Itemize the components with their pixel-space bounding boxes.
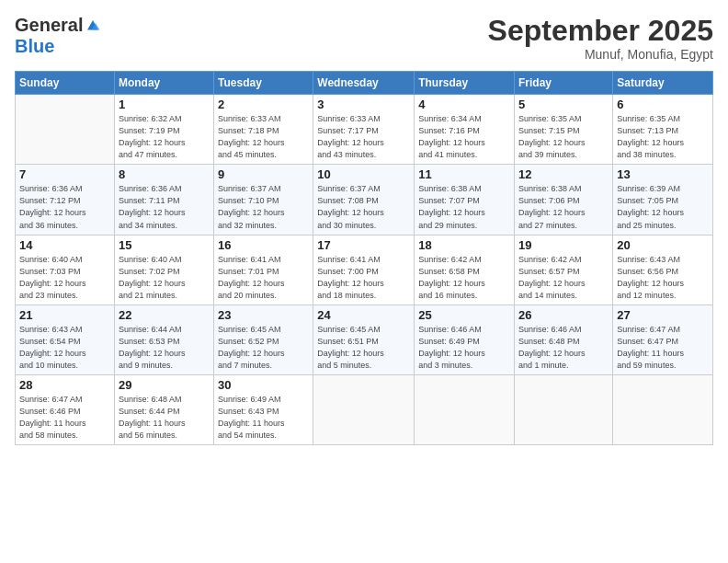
calendar-cell: 22Sunrise: 6:44 AMSunset: 6:53 PMDayligh… <box>114 304 213 374</box>
logo-icon <box>85 17 101 34</box>
day-number: 6 <box>617 98 709 111</box>
day-number: 19 <box>518 238 609 252</box>
day-number: 15 <box>119 238 210 252</box>
day-number: 7 <box>19 167 110 181</box>
day-number: 23 <box>218 308 309 322</box>
day-number: 16 <box>218 238 309 252</box>
day-info: Sunrise: 6:47 AMSunset: 6:47 PMDaylight:… <box>617 324 709 372</box>
day-number: 12 <box>518 167 609 181</box>
title-block: September 2025 Munuf, Monufia, Egypt <box>488 15 713 62</box>
day-number: 20 <box>617 238 709 252</box>
calendar-cell: 18Sunrise: 6:42 AMSunset: 6:58 PMDayligh… <box>415 235 515 304</box>
calendar-cell: 17Sunrise: 6:41 AMSunset: 7:00 PMDayligh… <box>313 235 415 304</box>
day-number: 29 <box>119 378 210 392</box>
calendar-cell <box>16 95 115 165</box>
day-info: Sunrise: 6:38 AMSunset: 7:06 PMDaylight:… <box>518 183 609 231</box>
calendar-cell: 30Sunrise: 6:49 AMSunset: 6:43 PMDayligh… <box>214 374 313 444</box>
calendar-cell <box>415 374 515 444</box>
day-info: Sunrise: 6:40 AMSunset: 7:02 PMDaylight:… <box>119 254 210 302</box>
logo-general-text: General <box>15 15 83 36</box>
weekday-header-monday: Monday <box>114 72 213 95</box>
calendar-cell: 12Sunrise: 6:38 AMSunset: 7:06 PMDayligh… <box>515 165 613 235</box>
day-info: Sunrise: 6:46 AMSunset: 6:48 PMDaylight:… <box>518 324 609 372</box>
day-info: Sunrise: 6:35 AMSunset: 7:15 PMDaylight:… <box>518 113 609 161</box>
weekday-header-saturday: Saturday <box>613 72 713 95</box>
day-number: 30 <box>218 378 309 392</box>
calendar-cell: 13Sunrise: 6:39 AMSunset: 7:05 PMDayligh… <box>613 165 713 235</box>
day-number: 13 <box>617 167 709 181</box>
calendar-cell: 5Sunrise: 6:35 AMSunset: 7:15 PMDaylight… <box>515 95 613 165</box>
day-info: Sunrise: 6:37 AMSunset: 7:10 PMDaylight:… <box>218 183 309 231</box>
day-info: Sunrise: 6:37 AMSunset: 7:08 PMDaylight:… <box>317 183 410 231</box>
calendar-cell <box>515 374 613 444</box>
day-number: 5 <box>518 98 609 111</box>
day-info: Sunrise: 6:41 AMSunset: 7:00 PMDaylight:… <box>317 254 410 302</box>
day-number: 11 <box>418 167 510 181</box>
day-number: 24 <box>317 308 410 322</box>
day-number: 25 <box>418 308 510 322</box>
calendar-cell: 19Sunrise: 6:42 AMSunset: 6:57 PMDayligh… <box>515 235 613 304</box>
calendar-cell: 9Sunrise: 6:37 AMSunset: 7:10 PMDaylight… <box>214 165 313 235</box>
weekday-header-friday: Friday <box>515 72 613 95</box>
day-number: 10 <box>317 167 410 181</box>
day-info: Sunrise: 6:42 AMSunset: 6:58 PMDaylight:… <box>418 254 510 302</box>
day-info: Sunrise: 6:32 AMSunset: 7:19 PMDaylight:… <box>119 113 210 161</box>
calendar-table: SundayMondayTuesdayWednesdayThursdayFrid… <box>15 71 713 445</box>
day-number: 22 <box>119 308 210 322</box>
calendar-cell: 2Sunrise: 6:33 AMSunset: 7:18 PMDaylight… <box>214 95 313 165</box>
logo-blue-text: Blue <box>15 36 54 57</box>
day-number: 27 <box>617 308 709 322</box>
day-number: 21 <box>19 308 110 322</box>
calendar-week-1: 1Sunrise: 6:32 AMSunset: 7:19 PMDaylight… <box>16 95 713 165</box>
page-header: General Blue September 2025 Munuf, Monuf… <box>15 15 713 62</box>
day-info: Sunrise: 6:33 AMSunset: 7:18 PMDaylight:… <box>218 113 309 161</box>
calendar-cell: 21Sunrise: 6:43 AMSunset: 6:54 PMDayligh… <box>16 304 115 374</box>
day-info: Sunrise: 6:49 AMSunset: 6:43 PMDaylight:… <box>218 394 309 442</box>
calendar-cell: 3Sunrise: 6:33 AMSunset: 7:17 PMDaylight… <box>313 95 415 165</box>
month-title: September 2025 <box>488 15 713 47</box>
day-number: 17 <box>317 238 410 252</box>
day-info: Sunrise: 6:45 AMSunset: 6:52 PMDaylight:… <box>218 324 309 372</box>
calendar-week-4: 21Sunrise: 6:43 AMSunset: 6:54 PMDayligh… <box>16 304 713 374</box>
day-number: 26 <box>518 308 609 322</box>
day-info: Sunrise: 6:47 AMSunset: 6:46 PMDaylight:… <box>19 394 110 442</box>
calendar-cell: 7Sunrise: 6:36 AMSunset: 7:12 PMDaylight… <box>16 165 115 235</box>
calendar-header-row: SundayMondayTuesdayWednesdayThursdayFrid… <box>16 72 713 95</box>
calendar-week-5: 28Sunrise: 6:47 AMSunset: 6:46 PMDayligh… <box>16 374 713 444</box>
calendar-cell: 20Sunrise: 6:43 AMSunset: 6:56 PMDayligh… <box>613 235 713 304</box>
day-info: Sunrise: 6:48 AMSunset: 6:44 PMDaylight:… <box>119 394 210 442</box>
day-number: 9 <box>218 167 309 181</box>
day-info: Sunrise: 6:33 AMSunset: 7:17 PMDaylight:… <box>317 113 410 161</box>
day-info: Sunrise: 6:36 AMSunset: 7:12 PMDaylight:… <box>19 183 110 231</box>
calendar-cell: 1Sunrise: 6:32 AMSunset: 7:19 PMDaylight… <box>114 95 213 165</box>
weekday-header-thursday: Thursday <box>415 72 515 95</box>
calendar-cell: 28Sunrise: 6:47 AMSunset: 6:46 PMDayligh… <box>16 374 115 444</box>
day-number: 3 <box>317 98 410 111</box>
day-number: 8 <box>119 167 210 181</box>
calendar-cell: 6Sunrise: 6:35 AMSunset: 7:13 PMDaylight… <box>613 95 713 165</box>
day-info: Sunrise: 6:35 AMSunset: 7:13 PMDaylight:… <box>617 113 709 161</box>
day-info: Sunrise: 6:43 AMSunset: 6:54 PMDaylight:… <box>19 324 110 372</box>
day-info: Sunrise: 6:38 AMSunset: 7:07 PMDaylight:… <box>418 183 510 231</box>
day-number: 14 <box>19 238 110 252</box>
day-info: Sunrise: 6:42 AMSunset: 6:57 PMDaylight:… <box>518 254 609 302</box>
calendar-cell: 26Sunrise: 6:46 AMSunset: 6:48 PMDayligh… <box>515 304 613 374</box>
calendar-week-3: 14Sunrise: 6:40 AMSunset: 7:03 PMDayligh… <box>16 235 713 304</box>
day-number: 4 <box>418 98 510 111</box>
day-info: Sunrise: 6:46 AMSunset: 6:49 PMDaylight:… <box>418 324 510 372</box>
calendar-cell <box>613 374 713 444</box>
day-info: Sunrise: 6:44 AMSunset: 6:53 PMDaylight:… <box>119 324 210 372</box>
day-info: Sunrise: 6:41 AMSunset: 7:01 PMDaylight:… <box>218 254 309 302</box>
calendar-cell: 11Sunrise: 6:38 AMSunset: 7:07 PMDayligh… <box>415 165 515 235</box>
day-info: Sunrise: 6:36 AMSunset: 7:11 PMDaylight:… <box>119 183 210 231</box>
weekday-header-tuesday: Tuesday <box>214 72 313 95</box>
calendar-week-2: 7Sunrise: 6:36 AMSunset: 7:12 PMDaylight… <box>16 165 713 235</box>
day-info: Sunrise: 6:45 AMSunset: 6:51 PMDaylight:… <box>317 324 410 372</box>
calendar-cell <box>313 374 415 444</box>
day-number: 2 <box>218 98 309 111</box>
day-info: Sunrise: 6:34 AMSunset: 7:16 PMDaylight:… <box>418 113 510 161</box>
weekday-header-wednesday: Wednesday <box>313 72 415 95</box>
day-info: Sunrise: 6:43 AMSunset: 6:56 PMDaylight:… <box>617 254 709 302</box>
day-info: Sunrise: 6:39 AMSunset: 7:05 PMDaylight:… <box>617 183 709 231</box>
calendar-cell: 23Sunrise: 6:45 AMSunset: 6:52 PMDayligh… <box>214 304 313 374</box>
